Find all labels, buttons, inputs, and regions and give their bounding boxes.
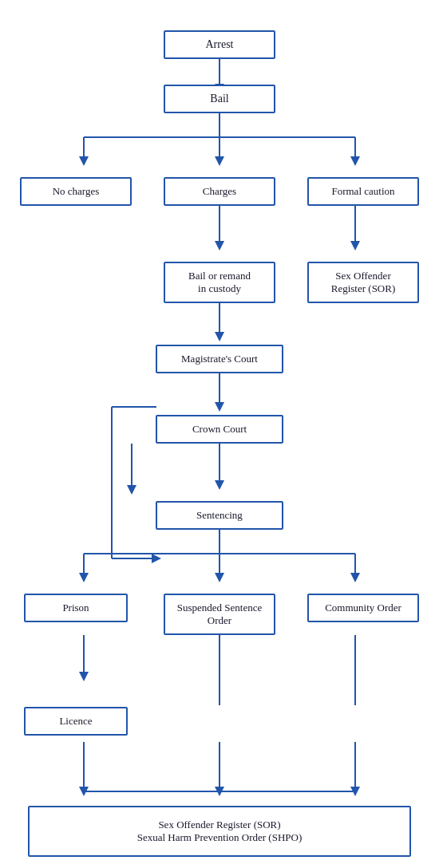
suspended-box: Suspended Sentence Order bbox=[164, 594, 275, 635]
svg-marker-15 bbox=[215, 402, 224, 412]
prison-box: Prison bbox=[24, 594, 128, 622]
svg-marker-5 bbox=[79, 156, 89, 166]
licence-box: Licence bbox=[24, 707, 128, 736]
svg-marker-27 bbox=[350, 573, 360, 582]
bail-remand-box: Bail or remand in custody bbox=[164, 262, 275, 303]
svg-marker-9 bbox=[215, 241, 224, 251]
magistrates-arrow-svg bbox=[12, 373, 427, 415]
svg-marker-19 bbox=[127, 485, 136, 495]
charges-col: Charges bbox=[164, 177, 275, 206]
split-connector-svg bbox=[12, 113, 427, 177]
svg-marker-17 bbox=[215, 480, 224, 490]
outcome-arrows-svg bbox=[12, 635, 427, 707]
svg-marker-26 bbox=[215, 573, 224, 582]
no-charges-col: No charges bbox=[20, 177, 132, 206]
community-order-box: Community Order bbox=[307, 594, 419, 622]
bail-box: Bail bbox=[164, 85, 275, 113]
sor-shpo-box: Sex Offender Register (SOR) Sexual Harm … bbox=[28, 806, 411, 857]
svg-marker-6 bbox=[215, 156, 224, 166]
formal-caution-box: Formal caution bbox=[307, 177, 419, 206]
sentencing-box: Sentencing bbox=[156, 501, 283, 530]
magistrates-court-box: Magistrate's Court bbox=[156, 345, 283, 373]
svg-marker-7 bbox=[350, 156, 360, 166]
sentencing-split-svg bbox=[12, 530, 427, 594]
crown-court-box: Crown Court bbox=[156, 415, 283, 444]
formal-caution-col: Formal caution bbox=[307, 177, 419, 206]
sor1-box: Sex Offender Register (SOR) bbox=[307, 262, 419, 303]
arrest-box: Arrest bbox=[164, 30, 275, 59]
svg-marker-13 bbox=[215, 332, 224, 341]
charges-connector-svg bbox=[12, 206, 427, 262]
svg-marker-11 bbox=[350, 241, 360, 251]
licence-to-sor-svg bbox=[12, 742, 427, 806]
flowchart: Arrest Bail No charges C bbox=[0, 0, 439, 868]
svg-marker-25 bbox=[79, 573, 89, 582]
remand-arrow-svg bbox=[12, 303, 427, 345]
no-charges-box: No charges bbox=[20, 177, 132, 206]
charges-box: Charges bbox=[164, 177, 275, 206]
svg-marker-29 bbox=[79, 672, 89, 681]
crown-to-sentencing-svg bbox=[12, 444, 427, 501]
